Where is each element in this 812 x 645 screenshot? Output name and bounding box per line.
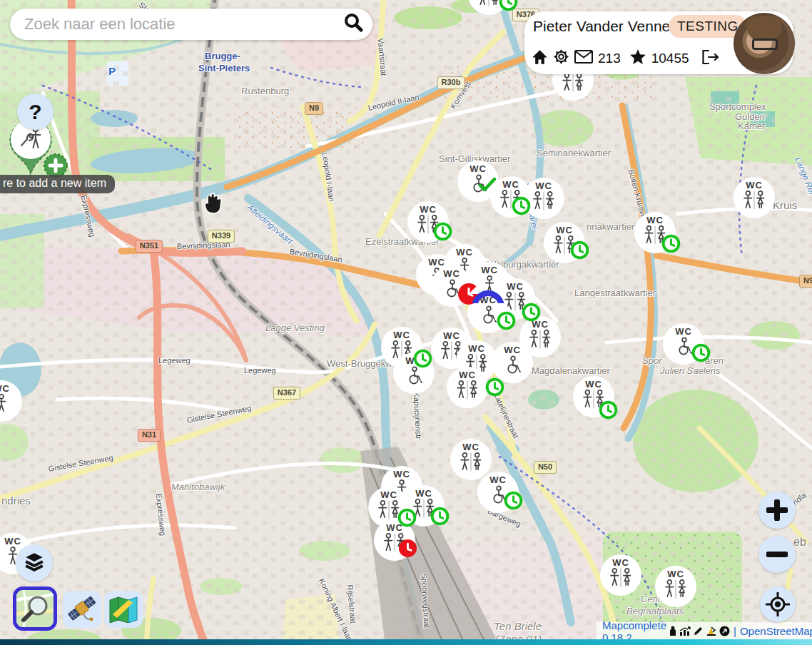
toilet-marker[interactable]: WC bbox=[0, 380, 22, 422]
open-clock-badge bbox=[691, 343, 711, 362]
background-osm-button[interactable] bbox=[13, 586, 57, 631]
star-icon[interactable] bbox=[629, 49, 646, 68]
toilet-marker[interactable]: WC bbox=[600, 554, 641, 596]
open-clock-badge bbox=[497, 311, 516, 330]
marker-status-badge[interactable] bbox=[430, 507, 450, 526]
toilet-marker[interactable]: WC bbox=[734, 177, 775, 218]
open-clock-badge bbox=[499, 0, 518, 11]
male-female-toilet-icon bbox=[741, 191, 768, 210]
logout-icon[interactable] bbox=[701, 49, 719, 68]
marker-wc-label: WC bbox=[468, 344, 485, 354]
search-input[interactable] bbox=[23, 14, 342, 34]
user-panel[interactable]: Pieter Vander Vennet TESTING 213 10455 bbox=[524, 11, 793, 74]
male-female-toilet-icon bbox=[662, 579, 689, 599]
marker-wc-label: WC bbox=[746, 181, 763, 191]
open-clock-badge bbox=[512, 196, 531, 215]
marker-status-badge[interactable] bbox=[570, 240, 589, 260]
marker-wc-label: WC bbox=[502, 180, 519, 190]
blue-arc-marker bbox=[471, 285, 505, 303]
toilet-figure-icon bbox=[0, 394, 9, 413]
marker-wc-label: WC bbox=[556, 225, 573, 235]
marker-wc-label: WC bbox=[504, 345, 521, 355]
toilet-marker[interactable]: WC bbox=[447, 367, 488, 408]
search-icon[interactable] bbox=[342, 12, 364, 36]
marker-status-badge[interactable] bbox=[499, 0, 518, 11]
marker-status-badge[interactable] bbox=[397, 508, 417, 527]
toilet-marker[interactable]: WC bbox=[519, 316, 561, 357]
wheelchair-toilet-icon bbox=[404, 366, 424, 385]
marker-status-badge[interactable] bbox=[413, 349, 432, 368]
marker-wc-label: WC bbox=[667, 569, 684, 579]
zoom-out-button[interactable] bbox=[758, 536, 796, 573]
home-icon[interactable] bbox=[532, 49, 548, 68]
open-clock-badge bbox=[504, 491, 523, 510]
marker-status-badge[interactable] bbox=[398, 539, 417, 558]
gear-icon[interactable] bbox=[553, 49, 569, 68]
open-clock-badge bbox=[570, 240, 589, 260]
crosshair-icon bbox=[766, 592, 790, 616]
open-clock-badge bbox=[433, 222, 452, 241]
avatar[interactable] bbox=[734, 13, 795, 74]
marker-wc-label: WC bbox=[393, 330, 410, 340]
marker-status-badge[interactable] bbox=[522, 303, 541, 322]
male-female-toilet-icon bbox=[527, 330, 554, 349]
marker-status-badge[interactable] bbox=[497, 311, 516, 330]
closed-clock-badge bbox=[398, 539, 417, 558]
marker-wc-label: WC bbox=[456, 248, 473, 258]
attribution-bar[interactable]: Mapcomplete 0.18.2 | OpenStreetMap bbox=[597, 622, 812, 640]
zoom-in-button[interactable] bbox=[758, 492, 796, 529]
minus-icon bbox=[766, 544, 788, 565]
contributor-icon bbox=[669, 626, 677, 636]
marker-status-badge[interactable] bbox=[661, 234, 681, 253]
open-clock-badge bbox=[522, 303, 541, 322]
marker-wc-label: WC bbox=[675, 327, 692, 337]
marker-wc-label: WC bbox=[489, 475, 507, 485]
marker-wc-label: WC bbox=[420, 205, 437, 215]
marker-status-badge[interactable] bbox=[599, 400, 618, 420]
marker-wc-label: WC bbox=[393, 469, 410, 479]
marker-wc-label: WC bbox=[0, 384, 10, 394]
wheelchair-toilet-icon bbox=[478, 305, 498, 325]
open-clock-badge bbox=[485, 377, 504, 397]
open-clock-badge bbox=[413, 349, 432, 368]
marker-wc-label: WC bbox=[535, 181, 552, 191]
male-female-toilet-icon bbox=[607, 568, 634, 587]
locate-button[interactable] bbox=[760, 586, 796, 622]
marker-status-badge[interactable] bbox=[504, 491, 523, 510]
marker-status-badge[interactable] bbox=[471, 285, 505, 303]
marker-status-badge[interactable] bbox=[478, 176, 497, 193]
marker-wc-label: WC bbox=[481, 265, 498, 275]
edit-pencil-icon bbox=[693, 626, 704, 636]
marker-status-badge[interactable] bbox=[512, 196, 531, 215]
osm-link[interactable]: OpenStreetMap bbox=[740, 625, 812, 637]
map-viewport[interactable]: Brugge-Sint-PietersPSteenwegRustenburgSi… bbox=[0, 0, 812, 645]
background-satellite-button[interactable] bbox=[63, 591, 101, 628]
layers-button[interactable] bbox=[16, 544, 53, 581]
marker-wc-label: WC bbox=[585, 380, 602, 390]
marker-wc-label: WC bbox=[443, 269, 460, 279]
marker-status-badge[interactable] bbox=[433, 222, 452, 241]
marker-status-badge[interactable] bbox=[691, 343, 711, 362]
background-map-button[interactable] bbox=[104, 591, 143, 628]
attribution-separator: | bbox=[734, 625, 736, 637]
marker-wc-label: WC bbox=[507, 282, 524, 292]
marker-wc-label: WC bbox=[459, 370, 476, 380]
open-clock-badge bbox=[430, 507, 450, 526]
location-search[interactable] bbox=[10, 9, 372, 40]
layers-icon bbox=[22, 550, 46, 576]
marker-wc-label: WC bbox=[470, 164, 487, 174]
help-button[interactable]: ? bbox=[17, 93, 54, 130]
marker-wc-label: WC bbox=[443, 331, 460, 341]
marker-wc-label: WC bbox=[646, 215, 664, 225]
plus-icon bbox=[766, 499, 788, 521]
messages-count: 213 bbox=[598, 51, 621, 66]
wheelchair-toilet-icon bbox=[502, 355, 522, 375]
map-markers-layer: WCWCWCWCWCWCWCWCWCWCWCWCWCWCWCWCWCWCWCWC… bbox=[0, 0, 812, 645]
changesets-count: 10455 bbox=[651, 51, 689, 66]
check-badge bbox=[478, 176, 497, 193]
marker-status-badge[interactable] bbox=[485, 377, 504, 397]
toilet-marker[interactable]: WC bbox=[655, 566, 696, 607]
marker-wc-label: WC bbox=[4, 537, 21, 547]
hand-cursor-icon bbox=[201, 192, 223, 220]
messages-icon[interactable] bbox=[574, 50, 593, 66]
